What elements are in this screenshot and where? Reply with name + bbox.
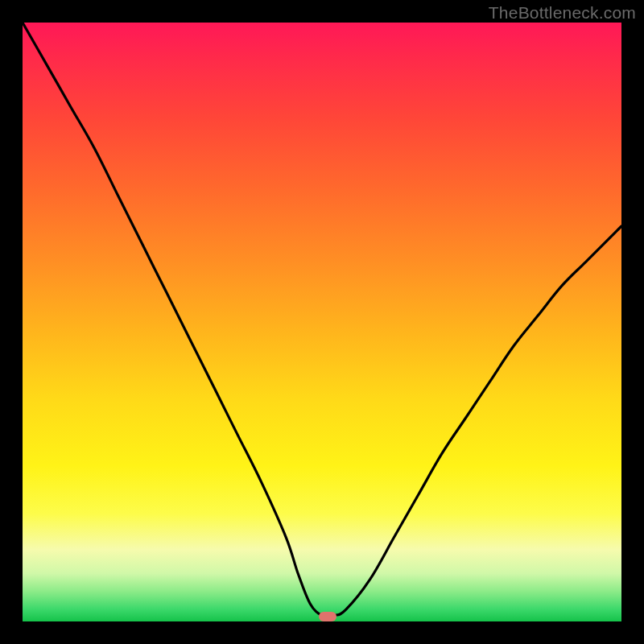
bottleneck-curve xyxy=(23,23,621,621)
watermark-text: TheBottleneck.com xyxy=(489,3,636,23)
chart-plot-area xyxy=(23,23,621,621)
optimal-marker xyxy=(319,612,336,621)
chart-frame: TheBottleneck.com xyxy=(0,0,644,644)
